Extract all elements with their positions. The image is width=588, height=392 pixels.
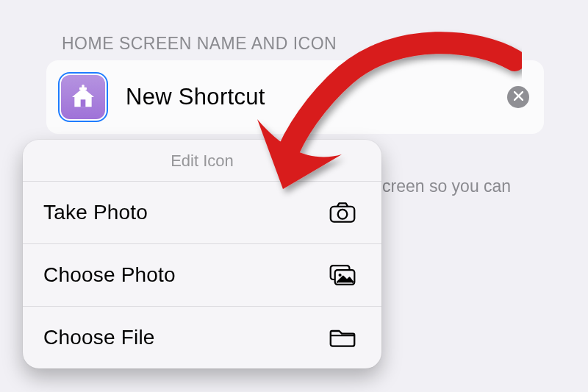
svg-point-3 (338, 210, 348, 219)
shortcut-row: New Shortcut (46, 60, 544, 134)
camera-icon (329, 199, 356, 226)
svg-point-6 (339, 274, 342, 277)
menu-item-label: Take Photo (43, 201, 148, 224)
photo-stack-icon (329, 262, 356, 288)
section-header: HOME SCREEN NAME AND ICON (62, 34, 337, 54)
svg-rect-1 (79, 88, 87, 90)
shortcut-icon-button[interactable] (58, 72, 108, 122)
close-icon (514, 90, 523, 104)
house-plus-icon (61, 75, 105, 119)
edit-icon-menu: Edit Icon Take Photo Choose Photo Choose… (23, 140, 381, 368)
menu-item-take-photo[interactable]: Take Photo (23, 181, 381, 243)
menu-item-choose-photo[interactable]: Choose Photo (23, 243, 381, 306)
shortcut-name-input[interactable]: New Shortcut (126, 84, 507, 110)
hint-text-fragment: creen so you can (382, 177, 511, 196)
menu-item-label: Choose File (43, 326, 155, 349)
edit-icon-menu-title: Edit Icon (23, 140, 381, 181)
menu-item-choose-file[interactable]: Choose File (23, 306, 381, 368)
menu-item-label: Choose Photo (43, 263, 176, 287)
folder-icon (329, 324, 356, 351)
clear-text-button[interactable] (507, 86, 529, 108)
